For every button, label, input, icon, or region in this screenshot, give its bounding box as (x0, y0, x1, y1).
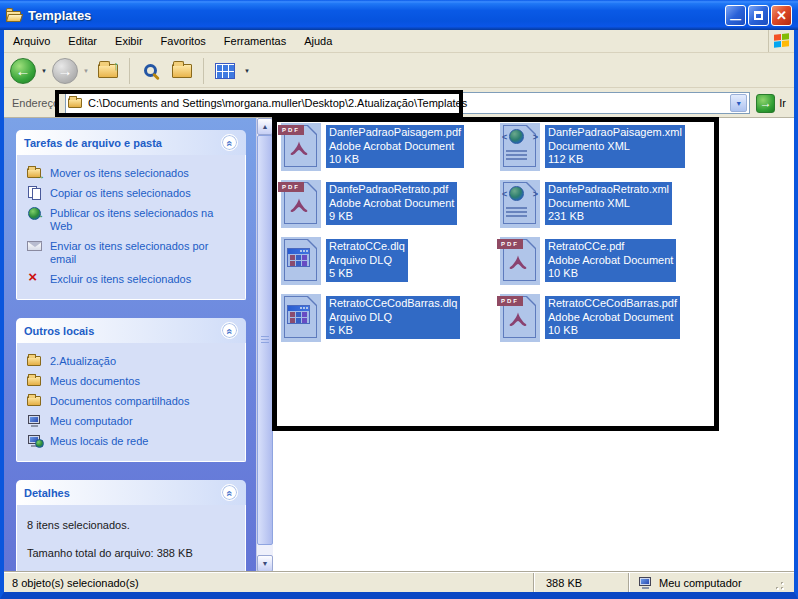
file-size: 10 KB (548, 267, 673, 281)
file-type: Arquivo DLQ (329, 311, 457, 325)
file-item[interactable]: PDF <> RetratoCCe.dlq Arquivo DLQ 5 KB (281, 237, 500, 294)
back-button[interactable]: ← (10, 58, 36, 84)
file-type: Documento XML (548, 140, 682, 154)
computer-icon (27, 414, 43, 428)
close-button[interactable]: ✕ (771, 5, 792, 26)
task-item[interactable]: →× Copiar os itens selecionados (27, 183, 239, 203)
file-item[interactable]: PDF <> RetratoCCeCodBarras.dlq Arquivo D… (281, 294, 500, 351)
address-label: Endereço (8, 97, 65, 109)
place-label: Meus locais de rede (50, 434, 148, 448)
file-label: RetratoCCeCodBarras.dlq Arquivo DLQ 5 KB (326, 296, 460, 339)
views-dropdown-icon[interactable]: ▼ (242, 68, 252, 74)
file-item[interactable]: PDF <> RetratoCCeCodBarras.pdf Adobe Acr… (500, 294, 719, 351)
scrollbar-thumb[interactable] (257, 135, 273, 545)
menu-items: ArquivoEditarExibirFavoritosFerramentasA… (4, 35, 341, 47)
dlq-file-icon: PDF <> (281, 294, 321, 342)
task-item[interactable]: →× Enviar os itens selecionados por emai… (27, 236, 239, 269)
menu-item[interactable]: Favoritos (152, 32, 215, 50)
sidebar: Tarefas de arquivo e pasta « →× Mover os… (4, 118, 256, 572)
place-item[interactable]: Meu computador (27, 411, 239, 431)
chevron-up-icon[interactable]: « (221, 484, 238, 501)
file-size: 5 KB (329, 267, 405, 281)
file-type: Adobe Acrobat Document (548, 311, 677, 325)
place-item[interactable]: Documentos compartilhados (27, 391, 239, 411)
task-label: Excluir os itens selecionados (50, 272, 191, 286)
task-label: Copiar os itens selecionados (50, 186, 191, 200)
scroll-down-button[interactable]: ▼ (257, 555, 273, 572)
file-size: 10 KB (548, 324, 677, 338)
address-dropdown-button[interactable]: ▼ (730, 94, 747, 112)
copy-icon: →× (27, 186, 43, 200)
folders-button[interactable] (168, 57, 196, 85)
place-label: Documentos compartilhados (50, 394, 189, 408)
status-bar: 8 objeto(s) selecionado(s) 388 KB Meu co… (4, 572, 794, 592)
menu-item[interactable]: Ajuda (295, 32, 341, 50)
details-line: 8 itens selecionados. (27, 519, 239, 531)
file-item[interactable]: PDF <> DanfePadraoRetrato.xml Documento … (500, 180, 719, 237)
file-name: DanfePadraoPaisagem.xml (548, 126, 682, 140)
scrollbar-track[interactable] (257, 545, 273, 555)
panel-details: Detalhes « 8 itens selecionados.Tamanho … (16, 480, 246, 572)
panel-title: Outros locais (24, 325, 221, 337)
sharedocs-icon (27, 394, 43, 408)
menu-item[interactable]: Editar (59, 32, 106, 50)
file-name: RetratoCCe.pdf (548, 240, 673, 254)
title-bar[interactable]: Templates — ✕ (0, 0, 798, 30)
search-icon (144, 64, 157, 77)
file-label: DanfePadraoRetrato.pdf Adobe Acrobat Doc… (326, 182, 457, 225)
pdf-file-icon: PDF <> (281, 180, 321, 228)
file-label: RetratoCCeCodBarras.pdf Adobe Acrobat Do… (545, 296, 680, 339)
task-item[interactable]: →× Publicar os itens selecionados na Web (27, 203, 239, 236)
menu-item[interactable]: Arquivo (4, 32, 59, 50)
file-name: RetratoCCeCodBarras.pdf (548, 297, 677, 311)
status-location: Meu computador (628, 573, 794, 592)
views-button[interactable] (211, 57, 239, 85)
menu-item[interactable]: Ferramentas (215, 32, 295, 50)
file-item[interactable]: PDF <> RetratoCCe.pdf Adobe Acrobat Docu… (500, 237, 719, 294)
panel-file-tasks-header[interactable]: Tarefas de arquivo e pasta « (16, 130, 246, 155)
panel-other-places-header[interactable]: Outros locais « (16, 318, 246, 343)
toolbar-separator (129, 58, 130, 84)
resize-grip[interactable] (772, 578, 786, 592)
back-dropdown-icon[interactable]: ▼ (39, 68, 49, 74)
file-item[interactable]: PDF <> DanfePadraoRetrato.pdf Adobe Acro… (281, 180, 500, 237)
place-item[interactable]: 2.Atualização (27, 351, 239, 371)
xml-file-icon: PDF <> (500, 180, 540, 228)
task-item[interactable]: →× Mover os itens selecionados (27, 163, 239, 183)
file-list-area[interactable]: PDF <> DanfePadraoPaisagem.pdf Adobe Acr… (273, 118, 794, 572)
file-label: DanfePadraoPaisagem.pdf Adobe Acrobat Do… (326, 125, 464, 168)
address-input[interactable]: C:\Documents and Settings\morgana.muller… (65, 92, 750, 114)
publish-icon: →× (27, 206, 43, 220)
menu-item[interactable]: Exibir (106, 32, 152, 50)
scroll-up-button[interactable]: ▲ (257, 118, 273, 135)
pdf-file-icon: PDF <> (281, 123, 321, 171)
place-item[interactable]: Meus documentos (27, 371, 239, 391)
chevron-up-icon[interactable]: « (221, 322, 238, 339)
task-item[interactable]: →× Excluir os itens selecionados (27, 269, 239, 289)
forward-button[interactable]: → (52, 58, 78, 84)
file-item[interactable]: PDF <> DanfePadraoPaisagem.pdf Adobe Acr… (281, 123, 500, 180)
go-button[interactable]: → (756, 94, 775, 113)
place-item[interactable]: Meus locais de rede (27, 431, 239, 451)
pdf-file-icon: PDF <> (500, 237, 540, 285)
folder-window-icon (6, 8, 23, 22)
window-frame: Templates — ✕ ArquivoEditarExibirFavorit… (0, 0, 798, 599)
place-label: 2.Atualização (50, 354, 116, 368)
file-size: 112 KB (548, 153, 682, 167)
file-item[interactable]: PDF <> DanfePadraoPaisagem.xml Documento… (500, 123, 719, 180)
windows-logo-icon (768, 30, 794, 52)
status-selection: 8 objeto(s) selecionado(s) (4, 573, 533, 592)
panel-details-header[interactable]: Detalhes « (16, 480, 246, 505)
chevron-up-icon[interactable]: « (221, 134, 238, 151)
file-label: RetratoCCe.dlq Arquivo DLQ 5 KB (326, 239, 408, 282)
file-type: Adobe Acrobat Document (329, 197, 454, 211)
minimize-button[interactable]: — (725, 5, 746, 26)
folder-icon (27, 354, 43, 368)
address-bar: Endereço C:\Documents and Settings\morga… (4, 89, 794, 118)
forward-dropdown-icon[interactable]: ▼ (81, 68, 91, 74)
menu-bar: ArquivoEditarExibirFavoritosFerramentasA… (4, 30, 794, 53)
up-button[interactable]: ↑ (94, 57, 122, 85)
panel-other-places: Outros locais « 2.Atualização (16, 318, 246, 462)
search-button[interactable] (137, 57, 165, 85)
maximize-button[interactable] (748, 5, 769, 26)
